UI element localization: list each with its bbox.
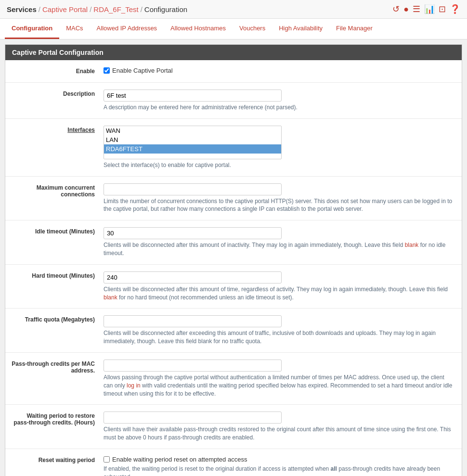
content-interfaces: WAN LAN RDA6FTEST Select the interface(s… <box>102 124 462 171</box>
breadcrumb-services: Services <box>7 5 37 13</box>
idle-timeout-input[interactable] <box>104 227 282 239</box>
label-interfaces: Interfaces <box>5 124 102 171</box>
content-pass-through-credits: Allows passing through the captive porta… <box>102 358 462 399</box>
label-description: Description <box>5 88 102 114</box>
chart-icon[interactable]: 📊 <box>424 4 435 14</box>
hard-timeout-help: Clients will be disconnected after this … <box>104 285 455 302</box>
enable-checkbox[interactable] <box>104 67 110 74</box>
breadcrumb-sep-1: / <box>39 5 40 13</box>
waiting-period-help: Clients will have their available pass-t… <box>104 425 455 442</box>
enable-checkbox-label[interactable]: Enable Captive Portal <box>104 67 455 74</box>
row-max-connections: Maximum concurrent connections Limits th… <box>5 177 462 221</box>
idle-timeout-help: Clients will be disconnected after this … <box>104 241 455 257</box>
content-max-connections: Limits the number of concurrent connecti… <box>102 181 462 216</box>
refresh-icon[interactable]: ↺ <box>392 4 400 14</box>
breadcrumb-sep-2: / <box>90 5 91 13</box>
traffic-quota-input[interactable] <box>104 315 282 327</box>
content-waiting-period: Clients will have their available pass-t… <box>102 410 462 444</box>
panel-title: Captive Portal Configuration <box>12 49 104 56</box>
breadcrumb-configuration: Configuration <box>144 5 187 13</box>
max-connections-input[interactable] <box>104 183 282 195</box>
tab-file-manager[interactable]: File Manager <box>329 19 379 39</box>
label-reset-waiting-period: Reset waiting period <box>5 454 102 476</box>
label-pass-through-credits: Pass-through credits per MAC address. <box>5 358 102 399</box>
header: Services / Captive Portal / RDA_6F_Test … <box>0 0 467 19</box>
row-interfaces: Interfaces WAN LAN RDA6FTEST Select the … <box>5 119 462 177</box>
row-reset-waiting-period: Reset waiting period Enable waiting peri… <box>5 449 462 476</box>
row-description: Description A description may be entered… <box>5 83 462 119</box>
description-input[interactable] <box>104 90 282 102</box>
tab-allowed-hostnames[interactable]: Allowed Hostnames <box>164 19 233 39</box>
traffic-quota-help: Clients will be disconnected after excee… <box>104 329 455 346</box>
waiting-period-input[interactable] <box>104 412 282 424</box>
label-enable: Enable <box>5 65 102 77</box>
interfaces-select[interactable]: WAN LAN RDA6FTEST <box>104 126 282 159</box>
config-panel: Captive Portal Configuration Enable Enab… <box>5 44 462 476</box>
reset-waiting-period-checkbox[interactable] <box>104 456 110 463</box>
panel-header: Captive Portal Configuration <box>5 45 462 60</box>
tab-macs[interactable]: MACs <box>59 19 90 39</box>
header-icons: ↺ ● ☰ 📊 ⊡ ❓ <box>392 4 460 14</box>
table-icon[interactable]: ⊡ <box>439 4 446 14</box>
tab-vouchers[interactable]: Vouchers <box>233 19 272 39</box>
list-icon[interactable]: ☰ <box>413 4 420 14</box>
hard-timeout-input[interactable] <box>104 271 282 283</box>
row-enable: Enable Enable Captive Portal <box>5 60 462 83</box>
tabs-bar: Configuration MACs Allowed IP Addresses … <box>0 19 467 39</box>
label-idle-timeout: Idle timeout (Minutes) <box>5 225 102 259</box>
max-connections-help: Limits the number of concurrent connecti… <box>104 197 455 214</box>
pass-through-credits-help: Allows passing through the captive porta… <box>104 373 455 398</box>
breadcrumb-captive-portal[interactable]: Captive Portal <box>42 5 88 13</box>
label-waiting-period: Waiting period to restore pass-through c… <box>5 410 102 444</box>
content-description: A description may be entered here for ad… <box>102 88 462 114</box>
tab-allowed-ip-addresses[interactable]: Allowed IP Addresses <box>90 19 164 39</box>
row-pass-through-credits: Pass-through credits per MAC address. Al… <box>5 353 462 405</box>
tab-high-availability[interactable]: High Availability <box>272 19 329 39</box>
content-traffic-quota: Clients will be disconnected after excee… <box>102 313 462 347</box>
row-hard-timeout: Hard timeout (Minutes) Clients will be d… <box>5 265 462 309</box>
tab-configuration[interactable]: Configuration <box>5 19 59 39</box>
content-idle-timeout: Clients will be disconnected after this … <box>102 225 462 259</box>
content-hard-timeout: Clients will be disconnected after this … <box>102 270 462 304</box>
content-reset-waiting-period: Enable waiting period reset on attempted… <box>102 454 462 476</box>
label-hard-timeout: Hard timeout (Minutes) <box>5 270 102 304</box>
content-enable: Enable Captive Portal <box>102 65 462 77</box>
main-content: Captive Portal Configuration Enable Enab… <box>0 39 467 476</box>
breadcrumb-rda6f[interactable]: RDA_6F_Test <box>93 5 138 13</box>
label-traffic-quota: Traffic quota (Megabytes) <box>5 313 102 347</box>
row-traffic-quota: Traffic quota (Megabytes) Clients will b… <box>5 309 462 353</box>
label-max-connections: Maximum concurrent connections <box>5 181 102 216</box>
breadcrumb: Services / Captive Portal / RDA_6F_Test … <box>7 5 187 13</box>
reset-waiting-period-label[interactable]: Enable waiting period reset on attempted… <box>104 456 455 463</box>
reset-waiting-period-help: If enabled, the waiting period is reset … <box>104 465 455 476</box>
enable-checkbox-text: Enable Captive Portal <box>112 67 173 74</box>
description-help: A description may be entered here for ad… <box>104 103 455 112</box>
help-icon[interactable]: ❓ <box>450 4 460 14</box>
breadcrumb-sep-3: / <box>141 5 143 13</box>
option-wan[interactable]: WAN <box>104 126 281 135</box>
interfaces-help: Select the interface(s) to enable for ca… <box>104 161 455 169</box>
pass-through-credits-input[interactable] <box>104 360 282 372</box>
option-rda6ftest[interactable]: RDA6FTEST <box>104 144 281 154</box>
row-idle-timeout: Idle timeout (Minutes) Clients will be d… <box>5 220 462 265</box>
row-waiting-period: Waiting period to restore pass-through c… <box>5 405 462 449</box>
option-lan[interactable]: LAN <box>104 135 281 144</box>
reset-waiting-period-text: Enable waiting period reset on attempted… <box>112 456 247 463</box>
record-icon[interactable]: ● <box>403 4 409 14</box>
